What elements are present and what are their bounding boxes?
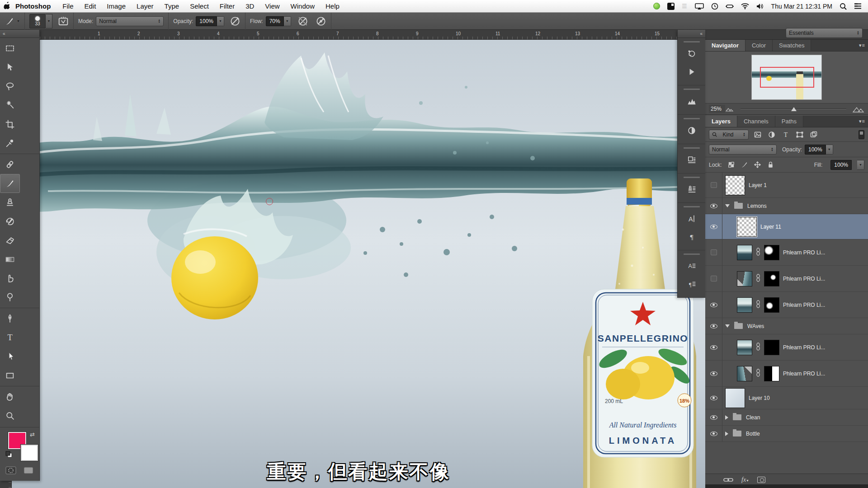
tab-layers[interactable]: Layers	[705, 116, 737, 127]
menu-help[interactable]: Help	[320, 2, 345, 10]
layer-row-layer-11[interactable]: Layer 11	[705, 214, 868, 239]
horizontal-ruler[interactable]: 123456789101112131415	[0, 30, 705, 40]
notification-center-icon[interactable]	[854, 3, 862, 9]
layer-name[interactable]: Layer 10	[749, 395, 770, 401]
airplay-icon[interactable]	[695, 3, 704, 9]
layer-row-phlearn-pro-li-[interactable]: Phlearn PRO Li...	[705, 361, 868, 387]
navigator-view-box[interactable]	[760, 67, 814, 88]
tab-color[interactable]: Color	[745, 40, 773, 51]
layer-row-clean[interactable]: Clean	[705, 409, 868, 426]
layer-name[interactable]: Phlearn PRO Li...	[783, 302, 825, 308]
visibility-toggle[interactable]	[705, 292, 722, 318]
spot-healing-brush-tool[interactable]	[0, 155, 20, 174]
collapse-group-triangle[interactable]	[725, 204, 730, 207]
brush-picker-arrow[interactable]: ▼	[46, 14, 52, 28]
menu-photoshop[interactable]: Photoshop	[14, 2, 57, 10]
window-manager-icon[interactable]	[667, 3, 675, 10]
visibility-toggle[interactable]	[705, 214, 722, 239]
layer-row-layer-1[interactable]: Layer 1	[705, 173, 868, 198]
workspace-dropdown[interactable]: Essentials ▲▼	[786, 28, 863, 38]
airbrush-icon[interactable]	[316, 16, 326, 27]
clone-source-panel-icon[interactable]	[682, 181, 701, 198]
filter-toggle[interactable]	[859, 130, 864, 139]
brush-panel-toggle-icon[interactable]	[58, 16, 69, 27]
menu-clock[interactable]: Thu Mar 21 12:31 PM	[771, 3, 832, 10]
time-machine-icon[interactable]	[711, 3, 718, 10]
default-colors-icon[interactable]	[5, 451, 13, 460]
filter-type-layers-icon[interactable]: T	[781, 130, 791, 140]
smudge-tool[interactable]	[0, 269, 20, 288]
visibility-toggle[interactable]	[705, 426, 722, 441]
navigator-zoom-field[interactable]: 25%	[709, 105, 725, 113]
filter-pixel-layers-icon[interactable]	[753, 130, 763, 140]
layer-name[interactable]: Phlearn PRO Li...	[783, 371, 825, 377]
menu-file[interactable]: File	[57, 2, 79, 10]
tools-panel-collapse[interactable]: «	[0, 30, 39, 38]
layer-thumbnail[interactable]	[725, 388, 745, 408]
layer-mask-thumbnail[interactable]	[764, 340, 779, 355]
rectangle-shape-tool[interactable]	[0, 366, 20, 385]
background-color-swatch[interactable]	[21, 445, 38, 461]
menu-filter[interactable]: Filter	[214, 2, 240, 10]
layer-thumbnail[interactable]	[737, 366, 752, 381]
opacity-dropdown-arrow[interactable]: ▼	[217, 16, 224, 26]
lock-position-icon[interactable]	[754, 161, 761, 169]
pressure-opacity-icon[interactable]	[230, 16, 241, 27]
dodge-tool[interactable]	[0, 288, 20, 307]
histogram-panel-icon[interactable]	[682, 93, 701, 110]
layers-opacity-arrow[interactable]: ▼	[826, 145, 833, 155]
character-panel-icon[interactable]: A	[682, 210, 701, 227]
menu-3d[interactable]: 3D	[240, 2, 259, 10]
layer-row-bottle[interactable]: Bottle	[705, 426, 868, 442]
visibility-toggle[interactable]	[705, 361, 722, 386]
visibility-toggle[interactable]	[705, 334, 722, 360]
volume-icon[interactable]	[756, 3, 764, 9]
apple-logo-icon[interactable]	[0, 2, 14, 11]
layer-thumbnail[interactable]	[737, 217, 757, 237]
layer-thumbnail[interactable]	[725, 175, 745, 195]
menu-window[interactable]: Window	[285, 2, 320, 10]
opacity-field[interactable]: 100%	[196, 16, 217, 26]
pressure-size-icon[interactable]	[297, 16, 308, 27]
layer-row-phlearn-pro-li-[interactable]: Phlearn PRO Li...	[705, 266, 868, 292]
lock-all-icon[interactable]	[767, 161, 774, 169]
menu-view[interactable]: View	[259, 2, 285, 10]
navigator-thumbnail[interactable]	[751, 55, 822, 100]
adjustments-panel-icon[interactable]	[682, 122, 701, 139]
brush-preset-picker[interactable]: 33 ▼	[25, 13, 74, 30]
lock-transparent-pixels-icon[interactable]	[727, 161, 735, 169]
layer-row-phlearn-pro-li-[interactable]: Phlearn PRO Li...	[705, 334, 868, 361]
layer-row-phlearn-pro-li-[interactable]: Phlearn PRO Li...	[705, 239, 868, 266]
crop-tool[interactable]	[0, 115, 20, 134]
layer-name[interactable]: Lemons	[747, 203, 767, 209]
panel-menu-icon[interactable]: ▾≡	[859, 42, 865, 48]
menu-image[interactable]: Image	[101, 2, 131, 10]
mask-link-icon[interactable]	[756, 274, 760, 284]
layer-name[interactable]: Clean	[746, 414, 760, 421]
spotlight-icon[interactable]	[840, 3, 847, 10]
magic-wand-tool[interactable]	[0, 96, 20, 115]
sync-status-icon[interactable]	[653, 3, 660, 9]
zoom-in-icon[interactable]	[853, 106, 864, 113]
visibility-toggle[interactable]	[705, 198, 722, 214]
layer-name[interactable]: Phlearn PRO Li...	[783, 344, 825, 351]
properties-panel-icon[interactable]	[682, 151, 701, 169]
tab-channels[interactable]: Channels	[737, 116, 775, 127]
layer-name[interactable]: Phlearn PRO Li...	[783, 276, 825, 282]
mask-link-icon[interactable]	[756, 343, 760, 352]
layer-thumbnail[interactable]	[737, 340, 752, 355]
layer-name[interactable]: Layer 11	[760, 224, 781, 230]
menu-select[interactable]: Select	[184, 2, 214, 10]
visibility-toggle[interactable]	[705, 387, 722, 409]
dimmed-menu-extra-icon[interactable]: ☰	[682, 3, 688, 9]
layer-name[interactable]: WAves	[747, 323, 764, 329]
layer-name[interactable]: Layer 1	[749, 182, 767, 188]
layer-row-phlearn-pro-li-[interactable]: Phlearn PRO Li...	[705, 292, 868, 318]
filter-shape-layers-icon[interactable]	[795, 130, 805, 140]
paragraph-styles-panel-icon[interactable]: ¶	[682, 276, 701, 293]
mask-link-icon[interactable]	[756, 300, 760, 310]
history-brush-tool[interactable]	[0, 212, 20, 231]
actions-panel-icon[interactable]	[682, 63, 701, 80]
pen-tool[interactable]	[0, 309, 20, 328]
brush-tool[interactable]	[0, 174, 20, 193]
